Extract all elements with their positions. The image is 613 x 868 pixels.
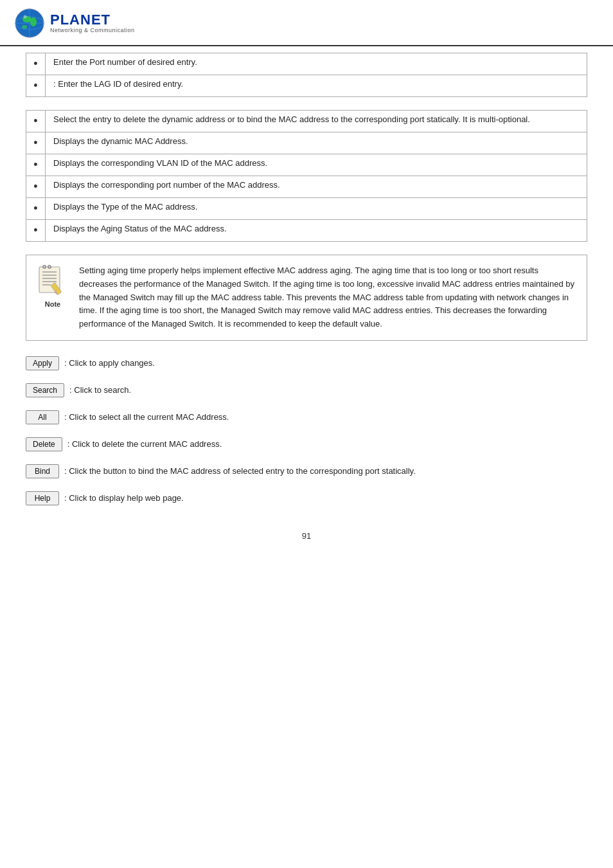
port-lag-table: • Enter the Port number of desired entry… [26,53,587,97]
logo: PLANET Networking & Communication [13,6,135,40]
button-row-apply: Apply : Click to apply changes. [26,356,587,370]
all-button-desc: : Click to select all the current MAC Ad… [64,412,229,422]
delete-button[interactable]: Delete [26,437,62,451]
note-icon-wrap: Note [35,264,70,308]
help-button-desc: : Click to display help web page. [64,493,184,503]
bind-button-desc: : Click the button to bind the MAC addre… [64,466,416,476]
svg-point-3 [22,25,27,29]
svg-point-8 [24,15,27,19]
desc-cell: Displays the corresponding port number o… [46,176,587,198]
desc-cell: : Enter the LAG ID of desired entry. [46,75,587,97]
logo-sub-label: Networking & Communication [50,27,135,33]
bullet-cell: • [26,53,46,75]
search-button-desc: : Click to search. [69,385,131,395]
table-row: • Displays the corresponding port number… [26,176,587,198]
desc-cell: Displays the corresponding VLAN ID of th… [46,154,587,176]
help-button[interactable]: Help [26,491,59,505]
table-row: • Displays the corresponding VLAN ID of … [26,154,587,176]
delete-button-desc: : Click to delete the current MAC addres… [67,439,222,449]
search-button[interactable]: Search [26,383,64,397]
button-row-search: Search : Click to search. [26,383,587,397]
table-row: • Displays the Aging Status of the MAC a… [26,220,587,242]
page-header: PLANET Networking & Communication [0,0,613,46]
bullet-cell: • [26,75,46,97]
bullet-cell: • [26,176,46,198]
note-icon [35,264,70,299]
logo-text: PLANET Networking & Communication [50,13,135,33]
note-box: Note Setting aging time properly helps i… [26,255,587,341]
button-row-bind: Bind : Click the button to bind the MAC … [26,464,587,478]
bullet-cell: • [26,198,46,220]
logo-globe-icon [13,6,46,40]
main-content: • Enter the Port number of desired entry… [0,46,613,573]
logo-planet-label: PLANET [50,13,135,27]
table-row: • : Enter the LAG ID of desired entry. [26,75,587,97]
desc-cell: Enter the Port number of desired entry. [46,53,587,75]
bullet-cell: • [26,220,46,242]
main-info-table: • Select the entry to delete the dynamic… [26,110,587,242]
desc-cell: Displays the Aging Status of the MAC add… [46,220,587,242]
button-row-delete: Delete : Click to delete the current MAC… [26,437,587,451]
note-text: Setting aging time properly helps implem… [79,264,575,331]
page-number: 91 [26,531,587,554]
apply-button[interactable]: Apply [26,356,59,370]
all-button[interactable]: All [26,410,59,424]
svg-point-2 [30,17,37,26]
button-row-help: Help : Click to display help web page. [26,491,587,505]
desc-cell: Select the entry to delete the dynamic a… [46,111,587,132]
note-label: Note [45,300,60,308]
table-row: • Displays the Type of the MAC address. [26,198,587,220]
bullet-cell: • [26,132,46,154]
desc-cell: Displays the dynamic MAC Address. [46,132,587,154]
apply-button-desc: : Click to apply changes. [64,358,155,368]
table-row: • Enter the Port number of desired entry… [26,53,587,75]
table-row: • Displays the dynamic MAC Address. [26,132,587,154]
bullet-cell: • [26,154,46,176]
bind-button[interactable]: Bind [26,464,59,478]
button-row-all: All : Click to select all the current MA… [26,410,587,424]
bullet-cell: • [26,111,46,132]
desc-cell: Displays the Type of the MAC address. [46,198,587,220]
table-row: • Select the entry to delete the dynamic… [26,111,587,132]
button-section: Apply : Click to apply changes. Search :… [26,356,587,505]
